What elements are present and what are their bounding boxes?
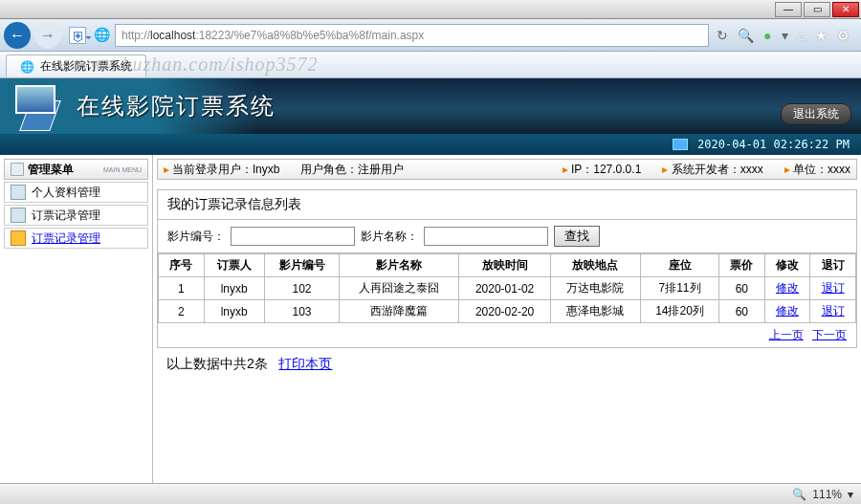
- url-port: :18223: [195, 29, 231, 42]
- address-bar: ← → ⛨▾ 🌐 http://localhost:18223/%e7%a8%8…: [0, 19, 861, 52]
- ie-favicon-icon: 🌐: [94, 27, 111, 44]
- sidebar-subtitle: MAIN MENU: [103, 166, 142, 173]
- cell-place: 万达电影院: [550, 277, 640, 300]
- cell-edit: 修改: [764, 300, 810, 323]
- cell-seat: 7排11列: [640, 277, 718, 300]
- sidebar-item-booking-current[interactable]: 订票记录管理: [4, 228, 148, 249]
- zoom-icon[interactable]: 🔍: [792, 488, 806, 501]
- window-titlebar: — ▭ ✕: [0, 0, 861, 19]
- cell-time: 2020-01-02: [459, 277, 551, 300]
- table-row: 2lnyxb103西游降魔篇2020-02-20惠泽电影城14排20列60修改退…: [159, 300, 856, 323]
- cell-edit: 修改: [764, 277, 810, 300]
- record-count-text: 以上数据中共2条: [166, 356, 268, 371]
- edit-link[interactable]: 修改: [776, 304, 799, 318]
- cell-price: 60: [719, 300, 765, 323]
- panel-title: 我的订票记录信息列表: [158, 190, 856, 220]
- cell-cancel: 退订: [810, 277, 856, 300]
- cell-name: 人再囧途之泰囧: [340, 277, 459, 300]
- col-price: 票价: [719, 254, 765, 277]
- chevron-down-icon[interactable]: ▾: [782, 28, 788, 43]
- cell-time: 2020-02-20: [459, 300, 551, 323]
- booking-active-icon: [11, 230, 26, 246]
- tab-favicon-icon: 🌐: [20, 60, 34, 74]
- sidebar-item-booking[interactable]: 订票记录管理: [4, 205, 148, 226]
- home-icon[interactable]: ⌂: [798, 28, 806, 43]
- filter-label-code: 影片编号：: [167, 229, 225, 245]
- app-title: 在线影院订票系统: [77, 91, 276, 121]
- info-ip: IP：127.0.0.1: [563, 162, 642, 178]
- col-place: 放映地点: [550, 254, 640, 277]
- favorites-icon[interactable]: ★: [815, 28, 828, 43]
- sidebar-item-profile[interactable]: 个人资料管理: [4, 182, 148, 203]
- col-code: 影片编号: [264, 254, 340, 277]
- refresh-icon[interactable]: ↻: [717, 28, 728, 43]
- logo-icon: [13, 83, 67, 129]
- table-header-row: 序号 订票人 影片编号 影片名称 放映时间 放映地点 座位 票价 修改 退订: [159, 254, 856, 277]
- info-developer: 系统开发者：xxxx: [662, 162, 762, 178]
- film-code-input[interactable]: [231, 227, 355, 246]
- url-host: localhost: [150, 29, 195, 42]
- col-index: 序号: [159, 254, 205, 277]
- pager: 上一页 下一页: [158, 323, 856, 347]
- gear-icon[interactable]: ⚙: [837, 28, 850, 43]
- monitor-icon: [673, 139, 688, 150]
- cell-code: 102: [264, 277, 340, 300]
- app-banner: 在线影院订票系统 退出系统: [0, 78, 861, 134]
- shield-icon[interactable]: ⛨▾: [69, 27, 86, 44]
- zoom-dropdown-icon[interactable]: ▾: [848, 488, 853, 501]
- url-input[interactable]: http://localhost:18223/%e7%a8%8b%e5%ba%8…: [115, 24, 709, 47]
- cancel-link[interactable]: 退订: [822, 304, 845, 318]
- cell-cancel: 退订: [810, 300, 856, 323]
- exit-system-button[interactable]: 退出系统: [781, 103, 851, 125]
- col-name: 影片名称: [340, 254, 459, 277]
- info-login-user: 当前登录用户：lnyxb: [164, 162, 279, 178]
- datetime-text: 2020-04-01 02:26:22 PM: [697, 138, 850, 151]
- cell-idx: 2: [159, 300, 205, 323]
- browser-status-bar: 🔍 111% ▾: [0, 483, 861, 504]
- film-name-input[interactable]: [424, 227, 548, 246]
- profile-icon: [11, 185, 26, 200]
- records-table: 序号 订票人 影片编号 影片名称 放映时间 放映地点 座位 票价 修改 退订 1…: [158, 253, 856, 323]
- browser-tab[interactable]: 🌐 在线影院订票系统: [6, 55, 146, 77]
- info-user-role: 用户角色：注册用户: [300, 162, 404, 178]
- prev-page-link[interactable]: 上一页: [769, 328, 804, 341]
- toolbar-right: ↻ 🔍 ● ▾ ⌂ ★ ⚙: [709, 28, 857, 43]
- info-bar: 当前登录用户：lnyxb 用户角色：注册用户 IP：127.0.0.1 系统开发…: [157, 159, 857, 180]
- booking-icon: [11, 208, 26, 223]
- datetime-strip: 2020-04-01 02:26:22 PM: [0, 134, 861, 155]
- footer-summary: 以上数据中共2条 打印本页: [157, 348, 857, 381]
- tab-strip: 🌐 在线影院订票系统 www.huzhan.com/ishop3572: [0, 52, 861, 78]
- search-icon[interactable]: 🔍: [738, 28, 754, 43]
- col-edit: 修改: [764, 254, 810, 277]
- main-content: 当前登录用户：lnyxb 用户角色：注册用户 IP：127.0.0.1 系统开发…: [153, 155, 861, 483]
- sidebar-title: 管理菜单: [28, 162, 74, 178]
- sidebar-item-label: 订票记录管理: [32, 208, 100, 224]
- search-button[interactable]: 查找: [554, 226, 600, 247]
- url-path: /%e7%a8%8b%e5%ba%8f/main.aspx: [231, 29, 424, 42]
- window-maximize-button[interactable]: ▭: [804, 2, 830, 17]
- cell-code: 103: [264, 300, 340, 323]
- cancel-link[interactable]: 退订: [822, 281, 845, 295]
- zoom-level: 111%: [812, 488, 842, 501]
- col-cancel: 退订: [810, 254, 856, 277]
- sidebar-item-label: 个人资料管理: [32, 185, 100, 201]
- sidebar-item-label: 订票记录管理: [32, 230, 100, 247]
- records-panel: 我的订票记录信息列表 影片编号： 影片名称： 查找 序号 订票人 影片编号 影片…: [157, 189, 857, 348]
- info-unit: 单位：xxxx: [784, 162, 850, 178]
- nav-back-button[interactable]: ←: [4, 22, 31, 49]
- next-page-link[interactable]: 下一页: [812, 328, 847, 341]
- nav-forward-button[interactable]: →: [34, 22, 61, 49]
- print-page-link[interactable]: 打印本页: [278, 356, 332, 371]
- cell-price: 60: [719, 277, 765, 300]
- cell-place: 惠泽电影城: [550, 300, 640, 323]
- cell-user: lnyxb: [204, 277, 264, 300]
- window-close-button[interactable]: ✕: [832, 2, 859, 17]
- window-minimize-button[interactable]: —: [775, 2, 802, 17]
- edit-link[interactable]: 修改: [776, 281, 799, 295]
- col-user: 订票人: [204, 254, 264, 277]
- sidebar-header: 管理菜单 MAIN MENU: [4, 159, 148, 180]
- menu-icon: [11, 163, 24, 176]
- col-seat: 座位: [640, 254, 718, 277]
- cell-user: lnyxb: [204, 300, 264, 323]
- filter-label-name: 影片名称：: [361, 229, 418, 245]
